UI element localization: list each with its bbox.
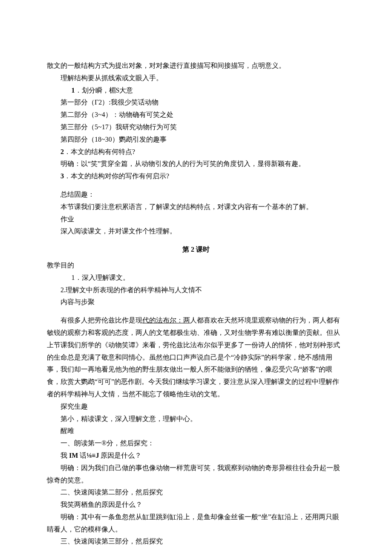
section-2-question: 我笑两栖鱼的原因是什么？ xyxy=(47,499,345,511)
section-2-heading: 二、快速阅读第二部分，然后探究 xyxy=(47,486,345,499)
gap2 xyxy=(47,308,345,314)
big-para-pre: 有很多人把劳伦兹比作是现 xyxy=(61,317,142,324)
summary-heading: 总结固趣： xyxy=(47,189,345,201)
explore-heading: 探究生趣 xyxy=(47,401,345,413)
num3-prefix: 3 xyxy=(61,172,64,180)
section-2-answer: 明确：其中有一条鱼忽然从缸里跳到缸沿上，是鱼却像金丝雀一般“坐”在缸沿上，还用两… xyxy=(47,511,345,536)
section-1-heading: 一、朗读第一®分，然后探究： xyxy=(47,437,345,450)
steps-heading: 内容与步聚 xyxy=(47,296,345,308)
num-item-3: 3．本文的结构对你的写作有何启示? xyxy=(47,170,345,183)
part-3: 第三部分（5~17）我研究动物行为可笑 xyxy=(47,121,345,134)
document-page: 散文的一般结构方式为提出对象，对对象进行直接描写和间接描写，点明意义。 理解结构… xyxy=(0,0,392,555)
num-item-1: 1．划分瞬，楣S大意 xyxy=(47,84,345,97)
sec1-q-post: 原因是什么？ xyxy=(99,452,141,459)
gap xyxy=(47,183,345,189)
big-para-post: 人都喜欢在天然环境里观察动物的行为，两人都有敏锐的观察力和客观的态度，两人的文笔… xyxy=(47,317,340,398)
num-item-2: 2．本文的结构有何特点? xyxy=(47,146,345,158)
homework-body: 深入阅读课文，并对课文作个性理解。 xyxy=(47,225,345,238)
part-1: 第一部分（Γ2）:我很少笑话动物 xyxy=(47,96,345,109)
num1-text: ．划分瞬，楣S大意 xyxy=(75,87,133,94)
num2-text: ．本文的结构有何特点? xyxy=(64,148,135,155)
num3-text: ．本文的结构对你的写作有何启示? xyxy=(64,172,169,180)
part-4: 第四部分（18~30）鹦鹉引发的趣事 xyxy=(47,134,345,146)
aim-heading: 教学目的 xyxy=(47,259,345,272)
answer-2: 明确：以“笑”贯穿全篇，从动物引发的人的行为可笑的角度切入，显得新颖有趣。 xyxy=(47,158,345,170)
sec1-q-mid: 话 xyxy=(78,452,86,459)
homework-heading: 作业 xyxy=(47,213,345,226)
aim-1: 1．深入理解课文。 xyxy=(47,272,345,284)
aim1-prefix: 1 xyxy=(72,274,75,281)
section-1-question: 我 IM 话⅛≡J 原因是什么？ xyxy=(47,450,345,462)
big-paragraph: 有很多人把劳伦兹比作是现代的法布尔：两人都喜欢在天然环境里观察动物的行为，两人都… xyxy=(47,314,345,401)
xing-heading: 醒雎 xyxy=(47,425,345,437)
part-2: 第二部分（3~4）：动物确有可笑之处 xyxy=(47,109,345,121)
summary-body: 本节课我们要注意积累语言，了解课文的结构特点，对课文内容有一个基本的了解。 xyxy=(47,201,345,213)
sec1-q-b1: IM xyxy=(69,452,78,459)
section-3-heading: 三、快速阅读第三部分，然后探究 xyxy=(47,535,345,548)
num1-prefix: 1 xyxy=(72,87,75,94)
line2: 理解结构要从抓线索或文眼入手。 xyxy=(47,72,345,84)
lesson2-title: 第 2 课时 xyxy=(47,244,345,256)
section-1-answer: 明确：因为我们自己做的事也像动物一样荒唐可笑，我观察到动物的奇形异根往往会升起一… xyxy=(47,462,345,487)
big-para-underline: 代的法布尔：两 xyxy=(142,317,190,324)
aim1-text: ．深入理解课文。 xyxy=(75,274,130,281)
explore-sub: 第小，精读课文，深入理解文意，理解中心。 xyxy=(47,413,345,425)
sec1-q-pre: 我 xyxy=(61,452,69,459)
sec1-q-b2: ⅛≡J xyxy=(86,452,99,459)
intro-line: 散文的一般结构方式为提出对象，对对象进行直接描写和间接描写，点明意义。 xyxy=(47,60,345,72)
num2-prefix: 2 xyxy=(61,148,64,155)
aim-2: 2.理解文中所表现的作者的科学精神与人文情不 xyxy=(47,284,345,296)
